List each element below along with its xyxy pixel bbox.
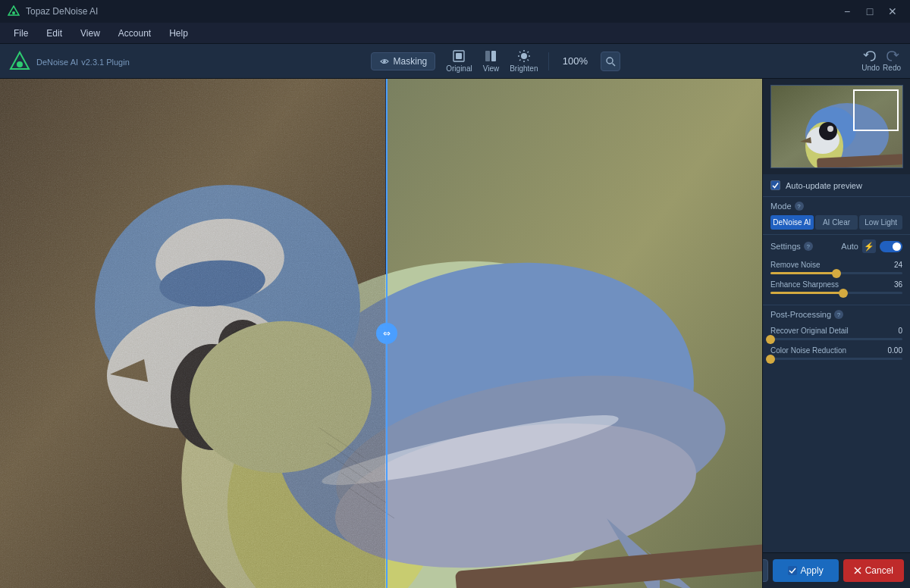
enhance-sharpness-thumb[interactable] (839, 289, 848, 298)
remove-noise-value: 24 (894, 261, 902, 269)
mode-ai-clear[interactable]: AI Clear (815, 215, 858, 230)
brighten-icon (517, 49, 531, 63)
remove-noise-slider-row: Remove Noise 24 (770, 261, 902, 274)
mode-low-light[interactable]: Low Light (859, 215, 902, 230)
color-noise-track[interactable] (770, 358, 902, 360)
color-noise-value: 0.00 (888, 346, 902, 355)
remove-noise-thumb[interactable] (832, 269, 841, 278)
svg-point-60 (827, 126, 833, 132)
auto-toggle[interactable] (880, 241, 902, 252)
settings-section: Settings ? Auto ⚡ Remove Noise 24 (763, 235, 910, 305)
app-header: DeNoise AI v2.3.1 Plugin Masking Origina… (0, 44, 910, 79)
undo-redo-group: Undo Redo (861, 50, 901, 72)
settings-label: Settings ? (770, 242, 813, 251)
enhance-sharpness-label: Enhance Sharpness (770, 280, 839, 289)
masking-button[interactable]: Masking (371, 52, 436, 70)
settings-info-icon[interactable]: ? (804, 242, 813, 251)
header-tools: Masking Original View (371, 49, 621, 73)
svg-line-19 (613, 63, 616, 66)
svg-point-1 (12, 11, 15, 14)
svg-line-17 (519, 60, 521, 61)
settings-auto: Auto ⚡ (841, 239, 902, 253)
lightning-button[interactable]: ⚡ (862, 239, 876, 253)
thumbnail-container (763, 79, 910, 174)
app-title: DeNoise AI v2.3.1 Plugin (36, 55, 130, 67)
window-title: Topaz DeNoise AI (26, 6, 98, 17)
svg-point-9 (521, 53, 527, 59)
main-layout: ⇔ (0, 79, 910, 588)
minimize-button[interactable]: − (837, 4, 857, 19)
search-icon (605, 56, 616, 67)
svg-rect-7 (485, 51, 490, 61)
menu-edit[interactable]: Edit (39, 27, 70, 40)
svg-line-15 (527, 60, 529, 61)
cancel-button[interactable]: Cancel (843, 559, 904, 582)
enhance-sharpness-track[interactable] (770, 292, 902, 294)
undo-icon (863, 50, 878, 62)
svg-point-4 (383, 60, 386, 63)
recover-detail-track[interactable] (770, 338, 902, 340)
preview-button[interactable]: Preview (762, 559, 768, 582)
mode-section: Mode ? DeNoise AI AI Clear Low Light (763, 197, 910, 234)
thumbnail-highlight (853, 89, 899, 131)
toggle-thumb (893, 242, 901, 251)
post-processing-info-icon[interactable]: ? (834, 310, 843, 319)
mode-buttons: DeNoise AI AI Clear Low Light (770, 215, 902, 230)
zoom-search-button[interactable] (601, 52, 620, 71)
app-icon (8, 5, 20, 17)
zoom-level: 100% (560, 55, 590, 67)
enhance-sharpness-value: 36 (894, 280, 902, 289)
remove-noise-track[interactable] (770, 272, 902, 274)
brighten-button[interactable]: Brighten (510, 49, 538, 73)
svg-point-18 (607, 58, 613, 64)
remove-noise-label: Remove Noise (770, 261, 821, 269)
mode-label: Mode ? (770, 202, 902, 211)
undo-button[interactable]: Undo (861, 50, 880, 72)
auto-update-label: Auto-update preview (786, 181, 862, 190)
recover-detail-label: Recover Original Detail (770, 327, 849, 335)
svg-point-59 (819, 122, 837, 140)
svg-line-14 (519, 52, 521, 53)
original-button[interactable]: Original (446, 49, 472, 73)
redo-button[interactable]: Redo (883, 50, 901, 72)
svg-rect-63 (788, 566, 797, 575)
menu-bar: File Edit View Account Help (0, 23, 910, 44)
mode-denoise-ai[interactable]: DeNoise AI (770, 215, 814, 230)
menu-account[interactable]: Account (111, 27, 158, 40)
apply-icon (788, 566, 797, 575)
original-icon (452, 49, 466, 63)
menu-file[interactable]: File (6, 27, 36, 40)
recover-detail-value: 0 (898, 327, 902, 335)
close-button[interactable]: ✕ (883, 4, 902, 19)
right-panel: Auto-update preview Mode ? DeNoise AI AI… (762, 79, 910, 588)
title-bar: Topaz DeNoise AI − □ ✕ (0, 0, 910, 23)
thumbnail (770, 85, 903, 168)
settings-row: Settings ? Auto ⚡ (770, 239, 902, 253)
masking-icon (379, 56, 390, 67)
auto-update-checkbox[interactable] (770, 180, 780, 190)
svg-line-16 (527, 52, 529, 53)
post-processing-section: Recover Original Detail 0 Color Noise Re… (763, 322, 910, 371)
svg-rect-6 (456, 53, 462, 59)
mode-info-icon[interactable]: ? (795, 202, 804, 211)
svg-rect-8 (491, 51, 496, 61)
redo-icon (884, 50, 899, 62)
menu-view[interactable]: View (73, 27, 108, 40)
app-version: v2.3.1 Plugin (81, 58, 130, 67)
auto-update-row: Auto-update preview (763, 174, 910, 196)
recover-detail-thumb[interactable] (766, 335, 775, 344)
apply-button[interactable]: Apply (773, 559, 839, 582)
canvas-area: ⇔ (0, 79, 762, 588)
panel-spacer (763, 371, 910, 552)
footer-buttons: Preview Apply Cancel (763, 552, 910, 588)
checkmark-icon (772, 182, 779, 189)
bird-image-canvas: ⇔ (0, 79, 762, 588)
color-noise-thumb[interactable] (766, 355, 775, 364)
menu-help[interactable]: Help (162, 27, 196, 40)
enhance-sharpness-slider-row: Enhance Sharpness 36 (770, 280, 902, 294)
maximize-button[interactable]: □ (860, 4, 880, 19)
svg-text:⇔: ⇔ (383, 328, 391, 339)
view-button[interactable]: View (483, 49, 500, 73)
view-icon (484, 49, 497, 63)
post-processing-label: Post-Processing ? (763, 305, 910, 322)
